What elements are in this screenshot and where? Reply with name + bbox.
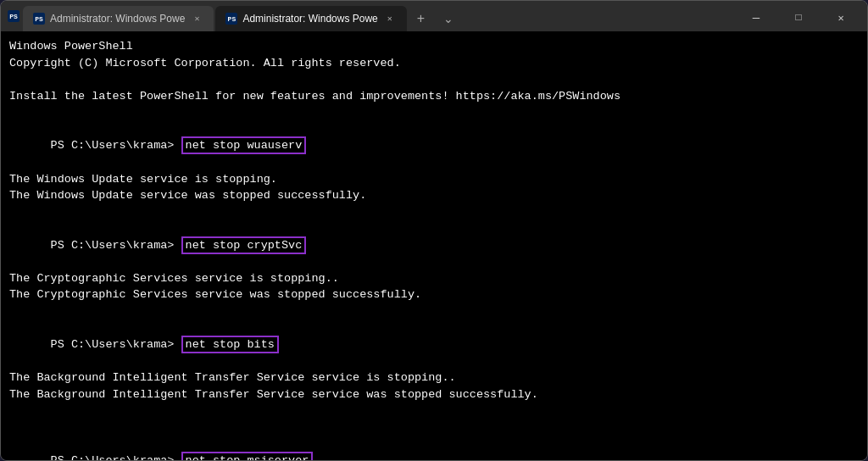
new-tab-button[interactable]: + xyxy=(409,6,433,31)
tab2-close-button[interactable]: ✕ xyxy=(383,12,397,25)
tab-1[interactable]: PS Administrator: Windows Powe ✕ xyxy=(23,6,214,31)
window-system-icon: PS xyxy=(8,10,19,22)
terminal-block4-cmd-line: PS C:\Users\krama> net stop msiserver xyxy=(9,436,859,461)
tab2-label: Administrator: Windows Powe xyxy=(242,13,377,25)
minimize-button[interactable]: — xyxy=(737,8,776,28)
terminal-block3-cmd-line: PS C:\Users\krama> net stop bits xyxy=(9,320,859,370)
terminal-block3-line1: The Background Intelligent Transfer Serv… xyxy=(9,369,859,386)
terminal-header1: Windows PowerShell xyxy=(9,38,859,55)
spacer-1 xyxy=(9,204,859,221)
terminal-header5 xyxy=(9,104,859,121)
window-frame: PS PS Administrator: Windows Powe ✕ PS A… xyxy=(0,0,868,461)
spacer-3a xyxy=(9,403,859,419)
cmd-1: net stop wuauserv xyxy=(181,136,307,154)
tab1-ps-icon: PS xyxy=(33,13,45,25)
tab2-ps-icon: PS xyxy=(225,13,237,25)
tab-overflow-button[interactable]: ⌄ xyxy=(435,7,462,31)
cmd-4: net stop msiserver xyxy=(181,452,314,460)
prompt-4: PS C:\Users\krama> xyxy=(51,454,181,460)
spacer-3b xyxy=(9,419,859,436)
terminal-block3-line2: The Background Intelligent Transfer Serv… xyxy=(9,386,859,403)
tab1-label: Administrator: Windows Powe xyxy=(50,13,185,25)
spacer-2 xyxy=(9,303,859,320)
title-bar: PS PS Administrator: Windows Powe ✕ PS A… xyxy=(1,1,867,31)
prompt-1: PS C:\Users\krama> xyxy=(51,139,181,152)
cmd-2: net stop cryptSvc xyxy=(181,236,307,254)
prompt-2: PS C:\Users\krama> xyxy=(51,239,181,252)
terminal-header4: Install the latest PowerShell for new fe… xyxy=(9,88,859,105)
terminal-block2-line2: The Cryptographic Services service was s… xyxy=(9,286,859,303)
cmd-3: net stop bits xyxy=(181,336,279,353)
maximize-button[interactable]: □ xyxy=(779,8,818,28)
terminal-body[interactable]: Windows PowerShell Copyright (C) Microso… xyxy=(1,31,867,460)
close-button[interactable]: ✕ xyxy=(821,8,860,28)
prompt-3: PS C:\Users\krama> xyxy=(51,338,181,351)
terminal-header2: Copyright (C) Microsoft Corporation. All… xyxy=(9,55,859,72)
terminal-block1-line2: The Windows Update service was stopped s… xyxy=(9,187,859,204)
terminal-block1-cmd-line: PS C:\Users\krama> net stop wuauserv xyxy=(9,121,859,171)
terminal-block2-line1: The Cryptographic Services service is st… xyxy=(9,270,859,287)
terminal-header3 xyxy=(9,71,859,88)
tab-2[interactable]: PS Administrator: Windows Powe ✕ xyxy=(215,6,406,31)
tab1-close-button[interactable]: ✕ xyxy=(190,12,203,25)
terminal-block1-line1: The Windows Update service is stopping. xyxy=(9,171,859,188)
terminal-block2-cmd-line: PS C:\Users\krama> net stop cryptSvc xyxy=(9,220,859,270)
